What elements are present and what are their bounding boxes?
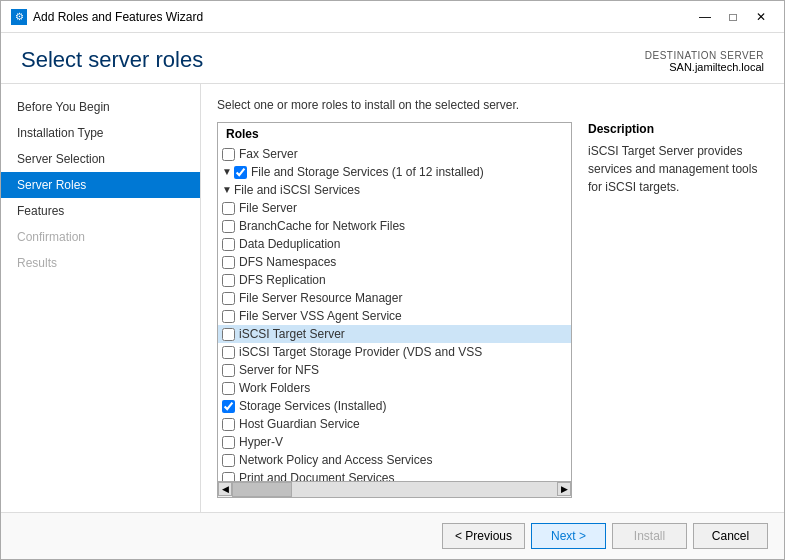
iscsi-target-label: iSCSI Target Server [239,327,345,341]
title-bar: ⚙ Add Roles and Features Wizard — □ ✕ [1,1,784,33]
cancel-button[interactable]: Cancel [693,523,768,549]
host-guardian-checkbox[interactable] [222,418,235,431]
roles-panel: Roles Fax Server ▼ File and Storage Serv… [217,122,572,498]
network-policy-label: Network Policy and Access Services [239,453,432,467]
dfs-namespaces-checkbox[interactable] [222,256,235,269]
iscsi-target-checkbox[interactable] [222,328,235,341]
main-layout: Before You Begin Installation Type Serve… [1,84,784,512]
dfs-namespaces-label: DFS Namespaces [239,255,336,269]
description-text: iSCSI Target Server provides services an… [588,142,768,196]
scroll-track [232,482,557,497]
hyperv-label: Hyper-V [239,435,283,449]
storage-services-label: Storage Services (Installed) [239,399,386,413]
scroll-right-button[interactable]: ▶ [557,482,571,496]
iscsi-storage-label: iSCSI Target Storage Provider (VDS and V… [239,345,482,359]
list-item: File Server [218,199,571,217]
vss-agent-label: File Server VSS Agent Service [239,309,402,323]
file-storage-label: File and Storage Services (1 of 12 insta… [251,165,484,179]
work-folders-label: Work Folders [239,381,310,395]
header-section: Select server roles DESTINATION SERVER S… [1,33,784,84]
server-nfs-checkbox[interactable] [222,364,235,377]
storage-services-checkbox[interactable] [222,400,235,413]
collapse-icon[interactable]: ▼ [222,166,234,178]
list-item: ▼ File and Storage Services (1 of 12 ins… [218,163,571,181]
main-content: Select one or more roles to install on t… [201,84,784,512]
fax-server-checkbox[interactable] [222,148,235,161]
data-dedup-label: Data Deduplication [239,237,340,251]
list-item: Work Folders [218,379,571,397]
title-bar-controls: — □ ✕ [692,7,774,27]
dfs-replication-label: DFS Replication [239,273,326,287]
print-doc-checkbox[interactable] [222,472,235,482]
data-dedup-checkbox[interactable] [222,238,235,251]
description-panel: Description iSCSI Target Server provides… [588,122,768,498]
list-item: Network Policy and Access Services [218,451,571,469]
branchcache-checkbox[interactable] [222,220,235,233]
instruction-text: Select one or more roles to install on t… [217,98,768,112]
fax-server-label: Fax Server [239,147,298,161]
list-item: BranchCache for Network Files [218,217,571,235]
server-nfs-label: Server for NFS [239,363,319,377]
file-server-label: File Server [239,201,297,215]
list-item: iSCSI Target Storage Provider (VDS and V… [218,343,571,361]
close-button[interactable]: ✕ [748,7,774,27]
sidebar-item-features[interactable]: Features [1,198,200,224]
maximize-button[interactable]: □ [720,7,746,27]
app-icon: ⚙ [11,9,27,25]
iscsi-storage-checkbox[interactable] [222,346,235,359]
file-iscsi-label: File and iSCSI Services [234,183,360,197]
list-item: Server for NFS [218,361,571,379]
window-title: Add Roles and Features Wizard [33,10,203,24]
work-folders-checkbox[interactable] [222,382,235,395]
file-storage-checkbox[interactable] [234,166,247,179]
next-button[interactable]: Next > [531,523,606,549]
list-item: DFS Replication [218,271,571,289]
scroll-left-button[interactable]: ◀ [218,482,232,496]
roles-list[interactable]: Fax Server ▼ File and Storage Services (… [218,145,571,481]
minimize-button[interactable]: — [692,7,718,27]
sidebar-item-confirmation: Confirmation [1,224,200,250]
server-name: SAN.jamiltech.local [645,61,764,73]
scroll-thumb[interactable] [232,482,292,497]
list-item: Hyper-V [218,433,571,451]
dfs-replication-checkbox[interactable] [222,274,235,287]
roles-header: Roles [218,123,571,145]
sidebar-item-before-you-begin[interactable]: Before You Begin [1,94,200,120]
sidebar-item-server-selection[interactable]: Server Selection [1,146,200,172]
destination-label: DESTINATION SERVER [645,50,764,61]
list-item: Storage Services (Installed) [218,397,571,415]
previous-button[interactable]: < Previous [442,523,525,549]
page-title: Select server roles [21,47,203,73]
footer: < Previous Next > Install Cancel [1,512,784,559]
sidebar-item-server-roles[interactable]: Server Roles [1,172,200,198]
horizontal-scrollbar[interactable]: ◀ ▶ [218,481,571,497]
list-item: Host Guardian Service [218,415,571,433]
list-item: File Server VSS Agent Service [218,307,571,325]
sidebar-item-results: Results [1,250,200,276]
list-item: ▼ File and iSCSI Services [218,181,571,199]
fsrm-label: File Server Resource Manager [239,291,402,305]
print-doc-label: Print and Document Services [239,471,394,481]
list-item: File Server Resource Manager [218,289,571,307]
sidebar: Before You Begin Installation Type Serve… [1,84,201,512]
vss-agent-checkbox[interactable] [222,310,235,323]
title-bar-left: ⚙ Add Roles and Features Wizard [11,9,203,25]
list-item-iscsi-target[interactable]: iSCSI Target Server [218,325,571,343]
sidebar-item-installation-type[interactable]: Installation Type [1,120,200,146]
branchcache-label: BranchCache for Network Files [239,219,405,233]
install-button[interactable]: Install [612,523,687,549]
list-item: Fax Server [218,145,571,163]
destination-server: DESTINATION SERVER SAN.jamiltech.local [645,50,764,73]
hyperv-checkbox[interactable] [222,436,235,449]
list-item: Print and Document Services [218,469,571,481]
network-policy-checkbox[interactable] [222,454,235,467]
file-server-checkbox[interactable] [222,202,235,215]
description-header: Description [588,122,768,136]
main-window: ⚙ Add Roles and Features Wizard — □ ✕ Se… [0,0,785,560]
host-guardian-label: Host Guardian Service [239,417,360,431]
list-item: DFS Namespaces [218,253,571,271]
fsrm-checkbox[interactable] [222,292,235,305]
expand-icon[interactable]: ▼ [222,184,234,196]
roles-area: Roles Fax Server ▼ File and Storage Serv… [217,122,768,498]
list-item: Data Deduplication [218,235,571,253]
